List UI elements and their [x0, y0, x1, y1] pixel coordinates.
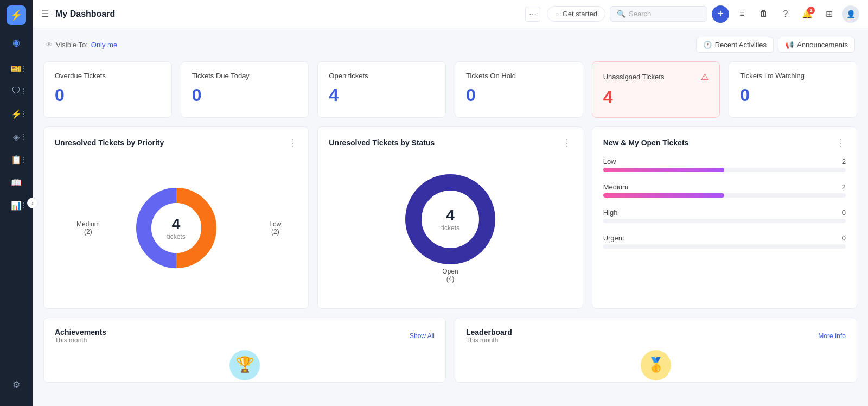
notification-badge: 1: [807, 7, 815, 14]
get-started-button[interactable]: ○ Get started: [547, 6, 605, 22]
sidebar-icon-settings[interactable]: ⚙: [5, 373, 27, 395]
bar-medium: Medium 2: [603, 183, 846, 198]
home-icon: ◉: [12, 37, 20, 48]
leaderboard-header: Leaderboard This month More Info: [466, 328, 846, 344]
achievements-title: Achievements: [55, 328, 106, 337]
watching-title: Tickets I'm Watching: [740, 72, 846, 80]
status-chart-menu[interactable]: ⋮: [562, 137, 572, 149]
sidebar: ⚡ ◉ 🎫 ⋮ 🛡 ⋮ ⚡ ⋮ ◈ ⋮: [0, 0, 33, 406]
leaderboard-card: Leaderboard This month More Info 🥇: [455, 318, 857, 383]
sidebar-dots-tickets[interactable]: ⋮: [20, 65, 27, 72]
announcements-button[interactable]: 📢 Announcements: [778, 37, 855, 53]
search-input[interactable]: 🔍 Search: [610, 6, 707, 22]
sidebar-collapse-button[interactable]: ›: [27, 198, 38, 208]
bar-high-value: 0: [842, 208, 846, 217]
visible-to-value: Only me: [91, 41, 117, 49]
help-button[interactable]: ?: [777, 5, 794, 23]
app-logo[interactable]: ⚡: [7, 5, 26, 25]
bar-low-value: 2: [842, 157, 846, 166]
menu-icon[interactable]: ☰: [41, 9, 49, 19]
svg-point-5: [422, 191, 478, 248]
sidebar-icon-dashboard[interactable]: ◉: [5, 31, 27, 53]
book-icon: 📖: [11, 177, 22, 188]
unassigned-title: Unassigned Tickets ⚠: [603, 72, 709, 82]
stat-card-watching: Tickets I'm Watching 0: [729, 61, 857, 118]
list-button[interactable]: ≡: [733, 5, 751, 23]
topnav: ☰ My Dashboard ⋯ ○ Get started 🔍 Search …: [33, 0, 868, 28]
list-icon: ≡: [739, 9, 744, 19]
bar-high: High 0: [603, 208, 846, 223]
clock-icon: 🕐: [703, 41, 712, 49]
notifications-button[interactable]: 🔔 1: [799, 5, 816, 23]
grid-icon: ⊞: [826, 9, 833, 19]
due-today-value: 0: [192, 85, 298, 105]
announcements-label: Announcements: [797, 41, 848, 49]
calendar-button[interactable]: 🗓: [755, 5, 773, 23]
medium-label: Medium (2): [76, 220, 100, 236]
subheader: 👁 Visible To: Only me 🕐 Recent Activitie…: [43, 37, 857, 53]
widgets-row: Unresolved Tickets by Priority ⋮ Medium …: [43, 126, 857, 309]
priority-chart-menu[interactable]: ⋮: [288, 137, 297, 149]
megaphone-icon: 📢: [785, 41, 794, 49]
add-button[interactable]: +: [712, 5, 729, 23]
bar-high-label: High: [603, 208, 618, 217]
achievements-subtitle: This month: [55, 337, 106, 344]
leaderboard-title: Leaderboard: [466, 328, 512, 337]
sidebar-dots-automation[interactable]: ⋮: [20, 110, 27, 118]
bar-low-track: [603, 168, 846, 172]
plus-icon: +: [717, 8, 724, 20]
leaderboard-content: 🥇: [466, 346, 846, 384]
bar-chart: Low 2 Medium 2: [603, 157, 846, 249]
medal-icon: 🥇: [640, 349, 672, 382]
open-tickets-title: New & My Open Tickets: [603, 138, 689, 147]
bar-medium-label: Medium: [603, 183, 628, 191]
leaderboard-subtitle: This month: [466, 337, 512, 344]
stat-card-due-today: Tickets Due Today 0: [181, 61, 309, 118]
bar-low-label: Low: [603, 157, 616, 166]
due-today-title: Tickets Due Today: [192, 72, 298, 80]
open-tickets-header: New & My Open Tickets ⋮: [603, 137, 846, 149]
svg-text:🥇: 🥇: [647, 356, 665, 373]
priority-chart-card: Unresolved Tickets by Priority ⋮ Medium …: [43, 126, 309, 309]
status-chart-card: Unresolved Tickets by Status ⋮ 4 tickets: [317, 126, 583, 309]
status-chart-container: 4 tickets Open (4): [329, 157, 571, 299]
show-all-link[interactable]: Show All: [410, 332, 435, 340]
dashboard-menu-button[interactable]: ⋯: [525, 7, 540, 22]
stat-card-open: Open tickets 4: [317, 61, 446, 118]
sidebar-dots-analytics[interactable]: ⋮: [20, 201, 27, 209]
topnav-actions: ○ Get started 🔍 Search + ≡ 🗓 ? 🔔 1: [547, 5, 859, 23]
sidebar-dots-reports[interactable]: ⋮: [20, 156, 27, 163]
stat-card-on-hold: Tickets On Hold 0: [455, 61, 583, 118]
sidebar-dots-layers[interactable]: ⋮: [20, 133, 27, 141]
search-icon: 🔍: [617, 10, 626, 18]
on-hold-value: 0: [466, 85, 572, 105]
visible-to-label: Visible To:: [56, 41, 88, 49]
status-chart-header: Unresolved Tickets by Status ⋮: [329, 137, 571, 149]
user-avatar[interactable]: 👤: [842, 5, 859, 23]
alert-triangle-icon: ⚠: [701, 72, 709, 82]
bar-urgent-track: [603, 244, 846, 249]
svg-point-3: [151, 203, 201, 253]
bar-low: Low 2: [603, 157, 846, 172]
priority-chart-header: Unresolved Tickets by Priority ⋮: [55, 137, 297, 149]
sidebar-dots-shield[interactable]: ⋮: [20, 87, 27, 95]
unassigned-value: 4: [603, 87, 709, 107]
logo-icon: ⚡: [10, 9, 22, 21]
recent-activities-button[interactable]: 🕐 Recent Activities: [696, 37, 774, 53]
priority-donut: 4 tickets: [133, 185, 220, 271]
open-tickets-menu[interactable]: ⋮: [836, 137, 846, 149]
main-area: ☰ My Dashboard ⋯ ○ Get started 🔍 Search …: [33, 0, 868, 406]
achievements-content: 🏆: [55, 346, 435, 384]
more-info-link[interactable]: More Info: [818, 332, 846, 340]
bar-medium-value: 2: [842, 183, 846, 191]
priority-chart-container: Medium (2): [55, 157, 297, 299]
open-title: Open tickets: [329, 72, 435, 80]
settings-icon: ⚙: [12, 379, 20, 390]
status-chart-title: Unresolved Tickets by Status: [329, 138, 435, 147]
open-tickets-card: New & My Open Tickets ⋮ Low 2: [592, 126, 857, 309]
apps-button[interactable]: ⊞: [820, 5, 838, 23]
page-title: My Dashboard: [55, 9, 519, 19]
watching-value: 0: [740, 85, 846, 105]
open-value: 4: [329, 85, 435, 105]
sidebar-icon-knowledge[interactable]: 📖: [5, 172, 27, 193]
